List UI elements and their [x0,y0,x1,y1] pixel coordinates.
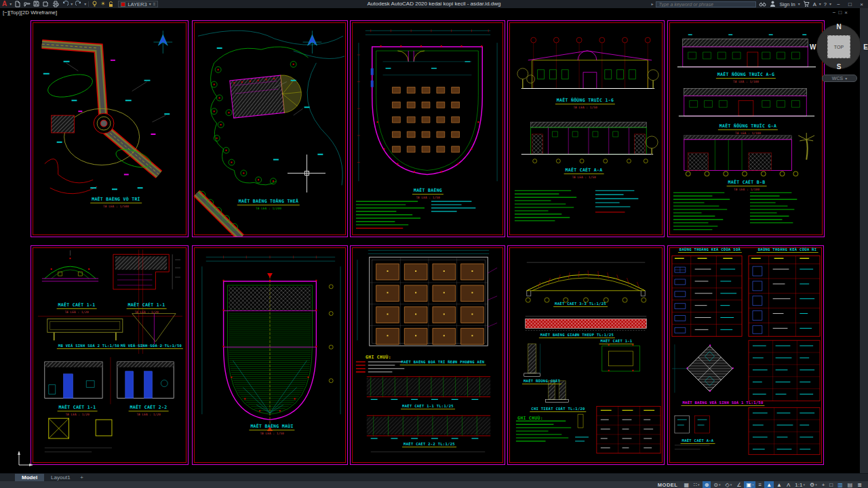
snap-caret-icon: ▾ [698,483,700,487]
drawing-title: MAËT ÑÖÙNG COÄT [522,379,561,384]
tab-layout1[interactable]: Layout1 [44,474,77,481]
annotation-autoscale-icon[interactable]: ▲ [774,481,784,488]
wcs-caret-icon: ▾ [845,77,847,81]
isolate-objects-icon[interactable]: □ [827,481,835,488]
search-binoculars-icon[interactable] [759,1,766,7]
autodesk-app-icon[interactable]: A [813,1,816,7]
toolbar-separator [88,1,89,7]
layer-dropdown[interactable]: LAYER3 ▾ ≡ [118,1,158,7]
drawing-title: CHI TIEÁT COÄT TL:1/20 [530,407,586,412]
sign-in-caret-icon[interactable]: ▾ [798,2,800,6]
status-bar: MODEL ▦ ∷▾ ⊕ ⊙▾ ◇▾ ∠ ▣▾ ≡ ▲ ▲ Λ 1:1▾ ⚙▾ … [0,481,868,488]
viewcube-east[interactable]: E [863,43,868,51]
schedules-drawing [668,246,823,464]
app-store-cart-icon[interactable] [803,1,810,7]
plot-icon[interactable] [52,1,59,7]
help-icon[interactable]: ? [824,1,827,7]
polar-caret-icon: ▾ [719,483,721,487]
viewcube-west[interactable]: W [810,43,816,51]
floor-plan-drawing [351,21,505,237]
sheet-floor-plan[interactable]: MAËT BAÈNG TÆ LEÄ : 1/50 [350,20,505,237]
isodraft-icon[interactable]: ◇▾ [724,481,734,488]
sign-in-link[interactable]: Sign In [779,1,795,7]
app-menu-caret-icon[interactable]: ▾ [9,2,12,6]
viewcube-north[interactable]: N [836,23,841,30]
minimize-button[interactable]: − [834,1,843,7]
elevation-1-6-drawing [508,21,664,237]
drawing-title: MAËT CAÉT A-A [564,167,604,174]
viewcube-south[interactable]: S [837,63,842,70]
sheet-elevations-axis-1-6[interactable]: MAËT ÑÖÙNG TRUÏC 1-6 TÆ LEÄ : 1/50 MAËT … [507,20,665,237]
open-file-icon[interactable] [23,1,31,7]
annotation-visibility-icon[interactable]: ▲ [764,481,774,488]
hardware-acceleration-icon[interactable]: ▥ [835,481,845,488]
dynamic-input-icon[interactable]: ⊕ [703,481,711,488]
model-space-viewport[interactable]: [−][Top][2D Wireframe] −□× N S W E TOP W… [0,8,860,473]
new-layout-button[interactable]: + [77,474,87,481]
drawing-scale: TÆ LEÄ : 1/100 [734,188,760,191]
viewcube-top-face[interactable]: TOP [827,35,850,58]
drawing-title: MAËT CAÉT 2-2 TL:1/25 [402,442,456,447]
close-button[interactable]: × [857,1,866,7]
search-expand-icon[interactable]: ▸ [651,2,653,6]
grid-icon[interactable]: ▦ [682,481,691,488]
drawing-scale: TÆ LEÄ : 1/20 [65,413,89,416]
customize-plus-icon[interactable]: + [820,481,827,488]
user-icon[interactable] [769,1,776,7]
workspace-gear-icon[interactable]: ⚙▾ [808,481,819,488]
sheet-site-location-plan[interactable]: MAËT BAÈNG VÒ TRÍ TÆ LEÄ : 1/500 [31,20,189,237]
help-caret-icon[interactable]: ▾ [829,2,831,6]
restore-button[interactable]: □ [846,1,854,7]
autocad-logo[interactable]: A [1,1,7,7]
sheet-steel-truss-details[interactable]: MAËT CAÉT 3-3 TL:1/25 MAËT BAÈNG GIAØN T… [507,245,665,465]
notes-label: GHI CHUÙ: [364,354,393,361]
save-as-icon[interactable] [42,1,50,7]
sheet-ceiling-lighting-plan[interactable]: GHI CHUÙ: MAËT BAÈNG BOÁ TRÍ ÑEØN PHOØNG… [350,245,505,465]
drawing-title: MAËT ÑÖÙNG TRUÏC 1-6 [555,98,615,104]
drawing-title: MAËT BAÈNG [412,188,443,195]
lineweight-icon[interactable]: ≡ [756,481,764,488]
model-space-button[interactable]: MODEL [654,481,682,488]
drawing-title: MAËT CAÉT 1-1 [127,302,167,309]
new-file-icon[interactable] [14,1,21,7]
layer-caret-icon[interactable]: ▾ [149,2,151,6]
unlock-icon[interactable] [107,1,115,7]
sheet-elevations-axis-a-g[interactable]: MAËT ÑÖÙNG TRUÏC A-G TÆ LEÄ : 1/100 MAËT… [667,20,825,237]
undo-icon[interactable] [61,1,68,7]
right-frame-strip [860,8,868,473]
redo-caret-icon[interactable]: ▾ [84,2,86,6]
snap-icon[interactable]: ∷▾ [692,481,702,488]
redo-icon[interactable] [75,1,82,7]
tab-bar-spacer [0,474,15,481]
lightbulb-icon[interactable] [91,1,98,7]
sheet-wc-sections[interactable]: MAËT CAÉT 1-1 TÆ LEÄ : 1/20 MAËT CAÉT 1-… [31,245,189,465]
wc-sections-drawing [31,246,188,464]
save-icon[interactable] [33,1,40,7]
drawing-title: MAËT CAÉT A-A [681,439,715,444]
status-menu-icon[interactable]: ≣ [855,481,864,488]
tab-model[interactable]: Model [15,474,44,481]
clean-screen-icon[interactable]: ▤ [846,481,855,488]
undo-caret-icon[interactable]: ▾ [71,2,73,6]
app-caret-icon[interactable]: ▾ [819,2,821,6]
drawing-scale: TÆ LEÄ : 1/50 [573,106,597,109]
viewcube[interactable]: N S W E TOP [816,24,861,69]
drawing-title: MAËT BAÈNG BOÁ TRÍ ÑEØN PHOØNG AÊN [400,360,486,365]
annotation-scale-value[interactable]: 1:1▾ [793,481,807,488]
sheet-master-plan[interactable]: MAËT BAÈNG TOÅNG THEÅ TÆ LEÄ : 1/200 [192,20,348,237]
drawing-title: MB VEÄ SINH SOÁ 2 TL:1/50 [57,344,121,349]
object-snap-icon[interactable]: ▣▾ [744,481,755,488]
viewport-controls[interactable]: [−][Top][2D Wireframe] [3,9,57,16]
document-window-controls[interactable]: −□× [833,9,850,16]
wcs-dropdown[interactable]: WCS▾ [822,75,857,82]
sheet-door-window-schedules[interactable]: BAÛNG THOÁNG KEÂ CÖÛA SOÅ BAÛNG THOÁNG K… [667,245,824,465]
sheet-roof-plan[interactable]: MAËT BAÈNG MAÙI TÆ LEÄ : 1/50 [192,245,348,465]
pickbox-cursor [304,171,309,176]
search-input[interactable] [656,1,756,7]
object-snap-tracking-icon[interactable]: ∠ [734,481,743,488]
annotation-scale-icon[interactable]: Λ [785,481,792,488]
layer-list-icon[interactable]: ≡ [153,2,156,6]
polar-tracking-icon[interactable]: ⊙▾ [711,481,722,488]
sun-icon[interactable]: ☀ [100,1,105,7]
drawing-title: MAËT BAÈNG GIAØN THEÙP TL:1/25 [539,333,615,338]
